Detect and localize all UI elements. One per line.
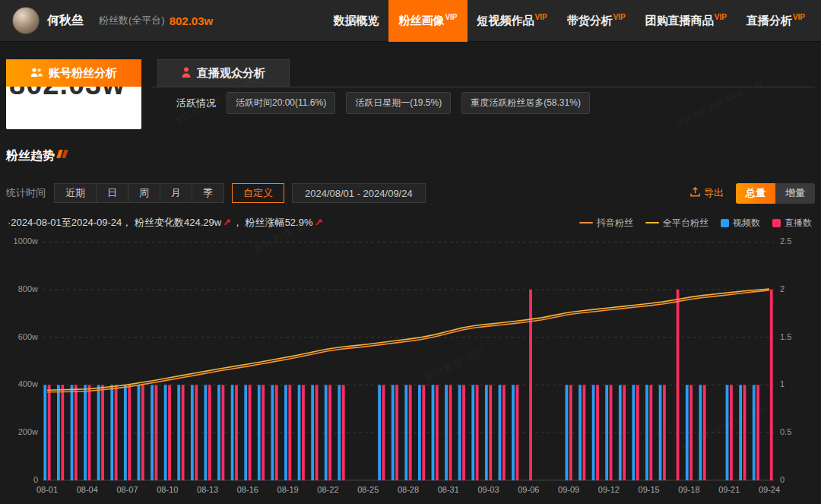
video-count-bar <box>512 385 515 480</box>
export-button[interactable]: 导出 <box>690 186 724 200</box>
nav-ecommerce-analysis[interactable]: 带货分析VIP <box>557 0 636 42</box>
live-count-bar <box>703 385 706 480</box>
total-toggle-button[interactable]: 总量 <box>736 183 775 204</box>
chart-legend: 抖音粉丝 全平台粉丝 视频数 直播数 <box>579 217 812 230</box>
live-count-bar <box>756 385 759 480</box>
live-count-bar <box>623 385 626 480</box>
video-count-bar <box>204 385 208 480</box>
increment-toggle-button[interactable]: 增量 <box>775 183 815 204</box>
video-count-bar <box>391 385 395 480</box>
y-tick-right: 1.5 <box>780 332 807 341</box>
y-tick-right: 2.5 <box>780 236 807 246</box>
video-count-bar <box>325 385 328 480</box>
date-range-picker[interactable]: 2024/08/01 - 2024/09/24 <box>292 183 426 203</box>
fans-trend-chart: 1000w800w600w400w200w0 2.521.510.50 08-0… <box>6 236 815 503</box>
vip-badge: VIP <box>793 13 805 21</box>
live-count-bar <box>382 385 385 480</box>
video-count-bar <box>619 385 622 480</box>
y-tick-right: 2 <box>780 284 807 293</box>
range-week-button[interactable]: 周 <box>128 183 160 203</box>
y-tick-left: 600w <box>6 332 38 341</box>
x-tick: 08-16 <box>231 485 265 494</box>
douyin-fans-line <box>47 290 769 392</box>
video-count-bar <box>298 385 301 480</box>
nav-fans-portrait[interactable]: 粉丝画像VIP <box>388 0 467 42</box>
fans-growth-rate: 52.9% <box>285 217 313 228</box>
account-name: 何秋亝 <box>47 13 84 29</box>
video-count-bar <box>471 385 474 480</box>
legend-label: 全平台粉丝 <box>663 217 708 230</box>
live-count-bar <box>610 385 613 480</box>
live-count-bar <box>128 385 131 480</box>
live-count-bar <box>315 385 319 480</box>
active-status-label: 活跃情况 <box>176 97 216 110</box>
tab-live-audience-analysis[interactable]: 直播观众分析 <box>157 59 290 87</box>
nav-label: 直播分析 <box>747 14 792 28</box>
live-count-bar <box>636 385 639 480</box>
x-tick: 08-19 <box>271 485 305 494</box>
active-day-chip: 活跃日星期一(19.5%) <box>346 92 451 114</box>
live-count-bar <box>529 290 532 480</box>
heavy-active-chip: 重度活跃粉丝居多(58.31%) <box>461 92 590 114</box>
fans-count-label: 粉丝数(全平台) <box>99 14 165 27</box>
title-accent-mark <box>62 150 68 158</box>
video-count-bar <box>632 385 635 480</box>
trend-section-header: 粉丝趋势 <box>6 148 821 164</box>
square-swatch <box>772 219 781 227</box>
video-count-bar <box>231 385 234 480</box>
range-day-button[interactable]: 日 <box>96 183 128 203</box>
video-count-bar <box>338 385 341 480</box>
video-count-bar <box>124 385 127 480</box>
x-tick: 09-03 <box>472 485 506 494</box>
live-count-bar <box>141 385 144 480</box>
tab-account-fan-analysis[interactable]: 账号粉丝分析 <box>6 59 141 87</box>
trend-summary-text: ·2024-08-01至2024-09-24， 粉丝变化数424.29w↗， 粉… <box>8 216 324 230</box>
line-swatch <box>645 222 659 223</box>
nav-live-analysis[interactable]: 直播分析VIP <box>737 0 815 42</box>
vip-badge: VIP <box>715 13 727 21</box>
total-increment-toggle: 总量 增量 <box>736 183 815 204</box>
video-count-bar <box>458 385 461 480</box>
summary-mid: ， 粉丝涨幅 <box>233 217 285 228</box>
legend-live-count[interactable]: 直播数 <box>772 217 812 230</box>
video-count-bar <box>499 385 502 480</box>
range-recent-button[interactable]: 近期 <box>54 183 97 203</box>
nav-data-overview[interactable]: 数据概览 <box>323 0 388 42</box>
y-tick-left: 1000w <box>6 236 38 246</box>
video-count-bar <box>378 385 381 480</box>
x-tick: 09-06 <box>512 485 545 494</box>
active-info-row: 活跃情况 活跃时间20:00(11.6%) 活跃日星期一(19.5%) 重度活跃… <box>176 92 590 114</box>
legend-platform-fans[interactable]: 全平台粉丝 <box>645 217 708 230</box>
nav-groupbuy-live-products[interactable]: 团购直播商品VIP <box>636 0 737 42</box>
range-custom-button[interactable]: 自定义 <box>232 183 284 203</box>
live-count-bar <box>235 385 238 480</box>
live-count-bar <box>195 385 198 480</box>
x-tick: 08-31 <box>432 485 465 494</box>
live-count-bar <box>395 385 398 480</box>
live-count-bar <box>476 385 479 480</box>
legend-douyin-fans[interactable]: 抖音粉丝 <box>579 217 633 230</box>
x-tick: 09-18 <box>672 485 705 494</box>
video-count-bar <box>566 385 569 480</box>
x-tick: 08-22 <box>311 485 344 494</box>
range-month-button[interactable]: 月 <box>160 183 192 203</box>
video-count-bar <box>753 385 756 480</box>
range-quarter-button[interactable]: 季 <box>192 183 224 203</box>
fans-count-value: 802.03w <box>170 14 214 27</box>
live-count-bar <box>222 385 225 480</box>
legend-label: 直播数 <box>785 217 812 230</box>
video-count-bar <box>686 385 689 480</box>
nav-label: 粉丝画像 <box>398 14 444 28</box>
legend-video-count[interactable]: 视频数 <box>721 217 760 230</box>
legend-label: 抖音粉丝 <box>597 217 633 230</box>
vip-badge: VIP <box>445 13 457 21</box>
live-count-bar <box>61 385 64 480</box>
video-count-bar <box>284 385 287 480</box>
live-count-bar <box>342 385 345 480</box>
video-count-bar <box>311 385 314 480</box>
video-count-bar <box>177 385 180 480</box>
video-count-bar <box>217 385 220 480</box>
live-count-bar <box>770 290 773 480</box>
x-tick: 08-13 <box>191 485 224 494</box>
nav-short-video-works[interactable]: 短视频作品VIP <box>468 0 557 42</box>
